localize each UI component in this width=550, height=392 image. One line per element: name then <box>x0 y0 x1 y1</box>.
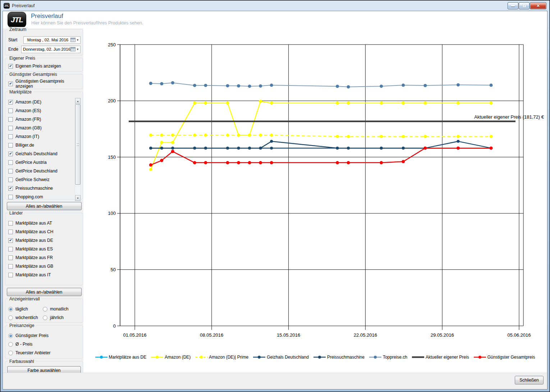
checkbox-icon <box>8 255 13 260</box>
end-date-picker[interactable]: Donnerstag, 02. Jun 2016 ▼ <box>21 46 81 53</box>
maximize-icon <box>523 4 526 7</box>
end-date-value: Donnerstag, 02. Jun 2016 <box>23 47 70 51</box>
checkbox-icon <box>8 247 13 252</box>
checkbox-label: Amazon (GB) <box>15 125 42 130</box>
countries-select-all-button[interactable]: Alles an-/abwählen <box>7 288 82 296</box>
legend-marker-icon <box>253 355 265 359</box>
legend-item-1: Amazon (DE) <box>151 355 191 360</box>
group-marktplaetze: Marktplätze Amazon (DE)Amazon (ES)Amazon… <box>5 92 83 199</box>
marketplace-item-6[interactable]: Geizhals Deutschland <box>8 149 76 158</box>
checkbox-label: GetPrice Schweiz <box>15 177 50 182</box>
checkbox-icon <box>8 195 13 199</box>
group-title: Länder <box>8 211 24 216</box>
legend-marker-icon <box>313 355 326 359</box>
title-bar[interactable]: JTL Preisverlauf <box>1 1 549 11</box>
interval-option-0[interactable]: täglich <box>8 305 43 313</box>
marketplace-item-4[interactable]: Amazon (IT) <box>8 132 76 141</box>
marketplace-item-2[interactable]: Amazon (FR) <box>8 115 76 124</box>
country-item-4[interactable]: Marktplätze aus FR <box>8 253 81 262</box>
svg-text:100: 100 <box>108 211 116 216</box>
legend-label: Marktplätze aus DE <box>109 355 147 360</box>
checkbox-label: Marktplätze aus FR <box>15 255 53 260</box>
group-title: Preisanzeige <box>8 323 36 328</box>
chart-panel: 05010015020025001.05.201608.05.201615.05… <box>83 28 547 373</box>
country-item-0[interactable]: Marktplätze aus AT <box>8 219 81 227</box>
ende-label: Ende <box>8 47 21 52</box>
group-title: Farbauswahl <box>8 359 36 364</box>
marketplace-item-0[interactable]: Amazon (DE) <box>8 98 76 106</box>
legend-item-6: Aktueller eigener Preis <box>412 355 469 360</box>
price-option-2[interactable]: Teuerster Anbieter <box>8 349 81 357</box>
country-item-2[interactable]: Marktplätze aus DE <box>8 236 81 245</box>
checkbox-icon <box>8 82 13 86</box>
price-option-1[interactable]: Ø - Preis <box>8 340 81 349</box>
checkbox-icon <box>8 169 13 174</box>
scrollbar-thumb[interactable] <box>75 104 81 185</box>
checkbox-label: GetPrice Deutschland <box>15 169 58 174</box>
svg-text:22.05.2016: 22.05.2016 <box>354 332 377 338</box>
checkbox-icon <box>8 109 13 113</box>
marketplace-item-9[interactable]: GetPrice Schweiz <box>8 175 76 184</box>
price-option-0[interactable]: Günstigster Preis <box>8 331 81 340</box>
start-label: Start <box>8 37 23 42</box>
marketplace-item-11[interactable]: Shopping.com <box>8 193 76 201</box>
close-button[interactable]: ✕ <box>530 2 546 9</box>
calendar-icon <box>70 38 75 42</box>
marketplace-item-10[interactable]: Preissuchmaschine <box>8 184 76 193</box>
radio-label: Ø - Preis <box>15 342 32 347</box>
marketplace-item-8[interactable]: GetPrice Deutschland <box>8 167 76 175</box>
legend-label: Toppreise.ch <box>383 355 407 360</box>
interval-option-3[interactable]: jährlich <box>43 313 81 322</box>
svg-text:150: 150 <box>108 155 116 160</box>
calendar-icon <box>70 47 75 51</box>
radio-icon <box>8 351 13 355</box>
group-title: Eigener Preis <box>8 56 37 61</box>
legend-marker-icon <box>412 355 424 359</box>
client-area: JTL Preisverlauf Hier können Sie den Pre… <box>3 11 547 389</box>
checkbox-label: Marktplätze aus CH <box>15 229 53 234</box>
checkbox-label: Marktplätze aus GB <box>15 264 53 269</box>
svg-text:08.05.2016: 08.05.2016 <box>200 332 223 338</box>
radio-label: jährlich <box>50 315 64 320</box>
country-item-3[interactable]: Marktplätze aus ES <box>8 245 81 253</box>
interval-option-2[interactable]: wöchentlich <box>8 313 43 322</box>
legend-marker-icon <box>195 355 207 359</box>
marketplace-item-3[interactable]: Amazon (GB) <box>8 124 76 132</box>
radio-icon <box>8 333 13 338</box>
checkbox-icon <box>8 64 13 69</box>
schliessen-button[interactable]: Schließen <box>515 376 544 384</box>
chevron-down-icon: ▼ <box>76 38 79 42</box>
checkbox-label: Geizhals Deutschland <box>15 151 58 156</box>
maximize-button[interactable] <box>519 2 530 9</box>
preisverlauf-window: JTL Preisverlauf ✕ JTL Preisverlauf Hier… <box>0 0 550 392</box>
legend-label: Amazon (DE)| Prime <box>209 355 248 360</box>
radio-icon <box>43 315 47 320</box>
start-date-picker[interactable]: Montag , 02. Mai 2016 ▼ <box>23 36 81 44</box>
scroll-down-icon[interactable]: ▼ <box>75 195 81 201</box>
checkbox-label: Amazon (ES) <box>15 108 41 113</box>
checkbox-icon <box>8 126 13 130</box>
country-item-5[interactable]: Marktplätze aus GB <box>8 262 81 271</box>
marketplace-item-1[interactable]: Amazon (ES) <box>8 106 76 115</box>
marketplace-item-7[interactable]: GetPrice Austria <box>8 158 76 167</box>
legend-marker-icon <box>369 355 381 359</box>
marketplaces-select-all-button[interactable]: Alles an-/abwählen <box>7 202 82 210</box>
country-item-6[interactable]: Marktplätze aus IT <box>8 271 81 279</box>
chart-legend: Marktplätze aus DEAmazon (DE)Amazon (DE)… <box>83 355 547 360</box>
page-title: Preisverlauf <box>31 13 63 20</box>
checkbox-icon <box>8 134 13 139</box>
checkbox-gesamtpreis[interactable]: Günstigsten Gesamtpreis anzeigen <box>8 80 81 87</box>
checkbox-eigener-preis[interactable]: Eigenen Preis anzeigen <box>8 63 81 70</box>
checkbox-label: Billiger.de <box>15 143 34 148</box>
marketplace-item-5[interactable]: Billiger.de <box>8 141 76 149</box>
svg-text:0: 0 <box>113 323 116 329</box>
svg-text:01.05.2016: 01.05.2016 <box>123 332 146 338</box>
interval-option-1[interactable]: monatlich <box>43 305 81 313</box>
sidebar: Zeitraum Start Montag , 02. Mai 2016 ▼ E… <box>5 29 83 373</box>
minimize-button[interactable] <box>508 2 518 9</box>
scroll-up-icon[interactable]: ▲ <box>75 98 81 104</box>
country-item-1[interactable]: Marktplätze aus CH <box>8 227 81 236</box>
checkbox-icon <box>8 186 13 191</box>
legend-item-4: Preissuchmaschine <box>313 355 365 360</box>
start-date-value: Montag , 02. Mai 2016 <box>25 38 70 42</box>
